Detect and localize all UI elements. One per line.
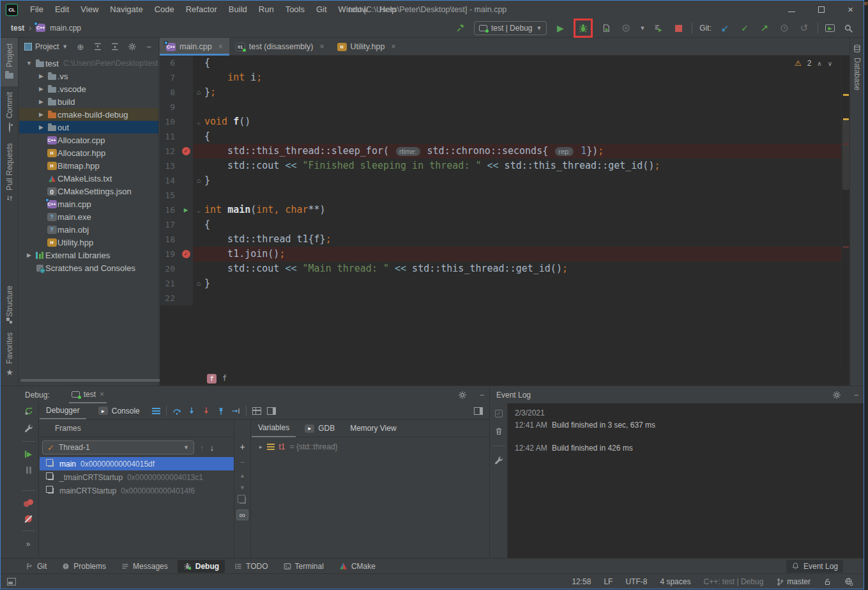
scrollbar-thumb[interactable]	[842, 120, 849, 190]
stripe-tab-commit[interactable]: Commit	[1, 86, 18, 137]
toolwindow-button-messages[interactable]: Messages	[116, 560, 174, 573]
layout-panel-button[interactable]	[267, 407, 276, 415]
step-into-button[interactable]	[187, 407, 196, 415]
run-button[interactable]: ▶	[554, 21, 567, 35]
expand-all-button[interactable]	[93, 42, 102, 51]
show-watches-button[interactable]: ∞	[236, 509, 248, 520]
frame-main[interactable]: main0x00000000004015df	[40, 457, 234, 470]
code-line-8[interactable]: 8⌂};	[160, 85, 841, 100]
clear-log-button[interactable]	[494, 427, 503, 436]
collapse-all-button[interactable]	[110, 42, 119, 51]
layout-icon[interactable]	[152, 408, 160, 414]
git-update-button[interactable]: ↙	[719, 21, 731, 35]
panel-settings-button[interactable]	[128, 42, 137, 51]
indent-status[interactable]: 4 spaces	[660, 577, 690, 586]
chevron-down-icon[interactable]: ▼	[62, 43, 68, 50]
stripe-tab-pull-requests[interactable]: Pull Requests	[1, 137, 18, 208]
restore-layout-button[interactable]	[474, 407, 483, 415]
function-breadcrumb[interactable]: f	[222, 374, 227, 383]
move-down-button[interactable]: ▼	[240, 485, 245, 491]
search-everywhere-button[interactable]	[842, 21, 855, 35]
tree-item-out[interactable]: ▶out	[19, 121, 158, 134]
stop-button[interactable]	[672, 21, 685, 35]
menu-edit[interactable]: Edit	[49, 1, 75, 19]
toolwindow-button-cmake[interactable]: CMake	[333, 560, 381, 573]
tab-gdb[interactable]: ▸GDB	[298, 420, 341, 437]
code-line-15[interactable]: 15	[160, 188, 841, 203]
tree-item-vscode[interactable]: ▶.vscode	[19, 82, 158, 95]
frame-maincrtstartup[interactable]: mainCRTStartup0x00000000004014f6	[40, 484, 234, 497]
menu-build[interactable]: Build	[223, 1, 253, 19]
toolwindow-button-debug[interactable]: Debug	[178, 560, 225, 573]
git-commit-button[interactable]: ✓	[738, 21, 751, 35]
code-line-7[interactable]: 7 int i;	[160, 70, 841, 85]
event-log-entry[interactable]: 12:42 AMBuild finished in 426 ms	[515, 444, 864, 453]
run-to-cursor-button[interactable]	[231, 407, 240, 415]
frame-tmaincrtstartup[interactable]: _tmainCRTStartup0x00000000004013c1	[40, 470, 234, 484]
hide-panel-button[interactable]: −	[145, 42, 153, 52]
event-log-entry[interactable]: 12:41 AMBuild finished in 3 sec, 637 ms	[515, 421, 864, 430]
mute-breakpoints-button[interactable]	[25, 515, 32, 522]
code-line-19[interactable]: 19✓ t1.join();	[160, 247, 841, 261]
arrow-right-icon[interactable]: ▶	[36, 86, 46, 92]
code-line-20[interactable]: 20 std::cout << "Main thread: " << std::…	[160, 261, 841, 276]
arrow-right-icon[interactable]: ▶	[36, 98, 46, 105]
code-line-21[interactable]: 21⌂}	[160, 276, 841, 291]
inspection-widget[interactable]: ⚠ 2 ∧ ∨	[795, 59, 832, 68]
toggle-toolwindows-button[interactable]	[7, 578, 16, 586]
project-panel-title[interactable]: Project	[35, 42, 59, 51]
remove-watch-button[interactable]: −	[240, 458, 245, 467]
history-button[interactable]	[778, 21, 791, 35]
toolwindow-button-problems[interactable]: Problems	[56, 560, 112, 573]
code-line-18[interactable]: 18 std::thread t1{f};	[160, 232, 841, 247]
profiler-chevron-icon[interactable]: ▼	[639, 25, 645, 31]
code-line-6[interactable]: 6{	[160, 56, 841, 70]
tree-item-bitmap-hpp[interactable]: HBitmap.hpp	[19, 159, 158, 172]
next-warning-icon[interactable]: ∨	[828, 60, 832, 67]
fold-start-icon[interactable]: ⌄	[193, 114, 204, 129]
breakpoint-icon[interactable]: ✓	[179, 247, 193, 261]
toolwindow-button-todo[interactable]: TODO	[229, 560, 273, 573]
debug-settings-button[interactable]	[458, 391, 467, 400]
tab-variables[interactable]: Variables	[252, 420, 296, 437]
close-tab-icon[interactable]: ×	[319, 42, 324, 51]
run-anything-button[interactable]: ▶	[825, 24, 835, 32]
more-actions-button[interactable]: »	[26, 540, 31, 548]
fold-end-icon[interactable]: ⌂	[193, 276, 204, 291]
stripe-tab-database[interactable]: Database	[853, 58, 862, 90]
lock-icon[interactable]	[823, 578, 832, 586]
arrow-down-icon[interactable]: ▼	[24, 60, 34, 66]
profiler-button[interactable]	[620, 21, 632, 35]
fold-end-icon[interactable]: ⌂	[193, 173, 204, 188]
minimize-button[interactable]	[788, 12, 795, 12]
thread-select[interactable]: ✓ Thread-1 ▼	[42, 440, 194, 454]
arrow-right-icon[interactable]: ▶	[36, 124, 46, 130]
tree-item-build[interactable]: ▶build	[19, 95, 158, 108]
code-line-22[interactable]: 22	[160, 291, 841, 306]
close-tab-icon[interactable]: ×	[218, 42, 223, 51]
debug-button[interactable]	[578, 23, 588, 33]
build-button[interactable]	[454, 21, 467, 35]
stripe-tab-favorites[interactable]: Favorites★	[1, 327, 19, 383]
menu-tools[interactable]: Tools	[280, 1, 310, 19]
code-line-17[interactable]: 17{	[160, 217, 841, 232]
move-up-button[interactable]: ▲	[240, 472, 245, 479]
rerun-button[interactable]	[24, 407, 33, 415]
tab-memory-view[interactable]: Memory View	[344, 420, 402, 437]
fold-start-icon[interactable]: ⌄	[193, 203, 204, 217]
arrow-right-icon[interactable]: ▶	[36, 73, 46, 79]
remote-settings-icon[interactable]	[844, 577, 853, 586]
tree-item-external-libraries[interactable]: ▶External Libraries	[19, 249, 158, 261]
add-watch-button[interactable]: +	[240, 442, 245, 452]
stripe-tab-structure[interactable]: Structure	[1, 280, 19, 327]
variable-row[interactable]: ▸ t1 = {std::thread}	[252, 437, 489, 451]
menu-run[interactable]: Run	[253, 1, 280, 19]
force-step-into-button[interactable]	[202, 407, 211, 415]
view-breakpoints-button[interactable]	[24, 499, 34, 507]
menu-code[interactable]: Code	[149, 1, 180, 19]
locate-file-button[interactable]: ⊕	[76, 42, 84, 52]
attach-to-process-button[interactable]	[652, 21, 665, 35]
code-line-10[interactable]: 10⌄void f()	[160, 114, 841, 129]
tree-item-main-obj[interactable]: ?main.obj	[19, 223, 158, 236]
warning-mark[interactable]	[843, 94, 849, 96]
